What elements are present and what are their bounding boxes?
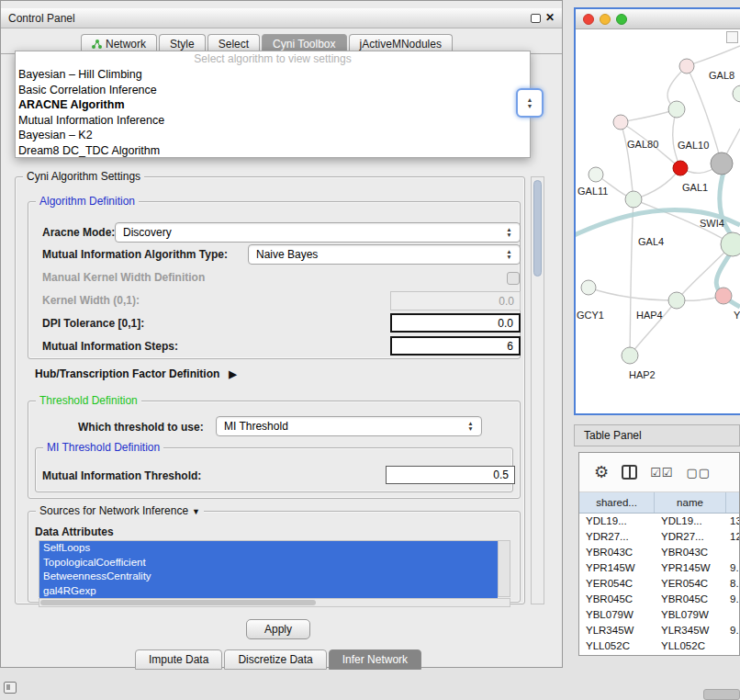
stepper-icon: ▲▼ xyxy=(464,421,477,432)
network-icon xyxy=(92,40,102,50)
deselect-all-icon[interactable]: ▢▢ xyxy=(686,466,711,480)
node-label[interactable]: GAL10 xyxy=(678,140,709,151)
data-attribute-item[interactable]: BetweennessCentrality xyxy=(39,570,498,584)
column-header[interactable]: name xyxy=(655,492,726,513)
node-label[interactable]: GAL11 xyxy=(577,186,608,197)
network-node xyxy=(679,59,694,73)
network-view-window: GAL8 GAL80 GAL10 GAL11 GAL1 SWI4 GAL4 GC… xyxy=(574,7,740,415)
node-label[interactable]: GAL4 xyxy=(638,236,664,247)
desktop: Control Panel ✕ Network Style Select Cyn… xyxy=(0,0,740,700)
algorithm-option[interactable]: Dream8 DC_TDC Algorithm xyxy=(16,143,530,159)
select-all-icon[interactable]: ☑☑ xyxy=(650,466,673,480)
table-cell: YBR045C xyxy=(655,592,726,607)
table-row[interactable]: YLR345WYLR345W9. xyxy=(579,623,739,638)
table-cell: YLR345W xyxy=(655,623,726,638)
control-panel-titlebar[interactable]: Control Panel ✕ xyxy=(1,8,562,28)
list-scrollbar[interactable] xyxy=(498,541,510,596)
mi-threshold-label: Mutual Information Threshold: xyxy=(42,469,201,482)
scrollbar-thumb[interactable] xyxy=(40,600,316,605)
scrollbar-thumb[interactable] xyxy=(533,180,542,277)
table-cell: 12 xyxy=(726,529,739,545)
table-row[interactable]: YBR043CYBR043C xyxy=(579,545,739,560)
network-node xyxy=(625,191,642,208)
tab-label: Style xyxy=(170,38,195,51)
algorithm-option-list: Bayesian – Hill ClimbingBasic Correlatio… xyxy=(16,67,530,158)
mi-threshold-field[interactable]: 0.5 xyxy=(386,466,515,484)
algorithm-option[interactable]: Mutual Information Inference xyxy=(16,113,530,129)
float-window-icon[interactable] xyxy=(531,14,541,23)
zoom-traffic-light[interactable] xyxy=(616,14,627,25)
node-label[interactable]: HAP2 xyxy=(629,369,656,380)
table-row[interactable]: YBL079WYBL079W xyxy=(579,607,739,623)
canvas-scroll-button[interactable] xyxy=(726,31,738,43)
which-threshold-label: Which threshold to use: xyxy=(78,421,204,434)
list-hscrollbar[interactable] xyxy=(39,598,510,607)
hub-definition-expander[interactable]: Hub/Transcription Factor Definition▶ xyxy=(35,367,237,380)
table-toolbar: ⚙ ☑☑ ▢▢ xyxy=(579,453,739,492)
mi-steps-label: Mutual Information Steps: xyxy=(42,340,178,353)
table-cell: YDR27... xyxy=(655,529,726,545)
table-cell: YLL052C xyxy=(579,638,655,654)
panel-toggle-icon[interactable] xyxy=(4,682,17,694)
stepper-icon: ▲▼ xyxy=(502,249,516,260)
data-attribute-item[interactable]: gal4RGexp xyxy=(39,584,498,599)
node-label[interactable]: GAL8 xyxy=(709,70,734,81)
table-row[interactable]: YER054CYER054C8. xyxy=(579,576,739,592)
tab-infer-network[interactable]: Infer Network xyxy=(329,649,421,670)
apply-button[interactable]: Apply xyxy=(246,619,310,639)
algorithm-option[interactable]: Bayesian – K2 xyxy=(16,128,530,143)
dpi-tolerance-field[interactable]: 0.0 xyxy=(390,313,521,333)
group-title: MI Threshold Definition xyxy=(43,441,163,454)
table-row[interactable]: YDR27...YDR27...12 xyxy=(579,529,739,545)
close-icon[interactable]: ✕ xyxy=(545,11,555,24)
node-label[interactable]: HAP4 xyxy=(636,310,663,321)
algorithm-option[interactable]: ARACNE Algorithm xyxy=(16,97,530,113)
node-label[interactable]: GAL80 xyxy=(627,139,658,150)
tab-label: Select xyxy=(219,38,249,51)
table-row[interactable]: YDL19...YDL19...13 xyxy=(579,514,739,529)
gear-icon[interactable]: ⚙ xyxy=(594,462,609,482)
algorithm-option[interactable]: Bayesian – Hill Climbing xyxy=(16,67,530,83)
network-canvas[interactable]: GAL8 GAL80 GAL10 GAL11 GAL1 SWI4 GAL4 GC… xyxy=(576,29,740,413)
network-window-titlebar[interactable] xyxy=(576,9,740,29)
kernel-width-field[interactable]: 0.0 xyxy=(390,291,521,310)
network-node xyxy=(581,280,596,295)
table-row[interactable]: YBR045CYBR045C9. xyxy=(579,592,739,607)
mi-type-select[interactable]: Naive Bayes ▲▼ xyxy=(248,244,521,265)
table-cell: 9. xyxy=(726,592,739,607)
algorithm-option[interactable]: Basic Correlation Inference xyxy=(16,83,530,98)
node-label[interactable]: GCY1 xyxy=(577,310,604,321)
expand-right-icon: ▶ xyxy=(229,368,236,379)
combo-stepper-focused[interactable]: ▲ ▼ xyxy=(516,88,544,118)
mi-steps-field[interactable]: 6 xyxy=(390,336,521,356)
manual-kernel-checkbox[interactable] xyxy=(507,272,520,285)
which-threshold-select[interactable]: MI Threshold ▲▼ xyxy=(216,416,482,436)
resize-grip[interactable] xyxy=(703,689,740,700)
table-cell: 9. xyxy=(726,623,739,638)
node-label[interactable]: Y xyxy=(734,310,740,321)
tab-impute-data[interactable]: Impute Data xyxy=(135,649,222,670)
network-node xyxy=(721,232,740,256)
table-row[interactable]: YLL052CYLL052C xyxy=(579,638,739,654)
table-cell: YBL079W xyxy=(579,607,655,623)
table-row[interactable]: YPR145WYPR145W9. xyxy=(579,560,739,576)
network-node xyxy=(613,115,628,130)
tab-discretize-data[interactable]: Discretize Data xyxy=(224,649,326,670)
settings-scrollbar[interactable] xyxy=(531,176,544,604)
data-attribute-item[interactable]: TopologicalCoefficient xyxy=(39,556,498,570)
close-traffic-light[interactable] xyxy=(583,14,594,25)
aracne-mode-select[interactable]: Discovery ▲▼ xyxy=(115,222,521,243)
node-label[interactable]: GAL1 xyxy=(682,182,708,193)
data-attributes-label: Data Attributes xyxy=(35,525,114,538)
node-label[interactable]: SWI4 xyxy=(700,218,724,229)
data-attributes-list[interactable]: SelfLoopsTopologicalCoefficientBetweenne… xyxy=(39,540,510,597)
table-cell: YBR043C xyxy=(579,545,655,560)
minimize-traffic-light[interactable] xyxy=(600,14,611,25)
table-cell: YDL19... xyxy=(579,514,655,529)
sources-expander[interactable]: Sources for Network Inference▼ xyxy=(36,504,204,517)
table-cell: YPR145W xyxy=(655,560,726,576)
table-cell: YBL079W xyxy=(655,607,726,623)
data-attribute-item[interactable]: SelfLoops xyxy=(39,541,498,556)
column-header[interactable]: shared... xyxy=(579,492,655,513)
columns-icon[interactable] xyxy=(622,465,637,480)
